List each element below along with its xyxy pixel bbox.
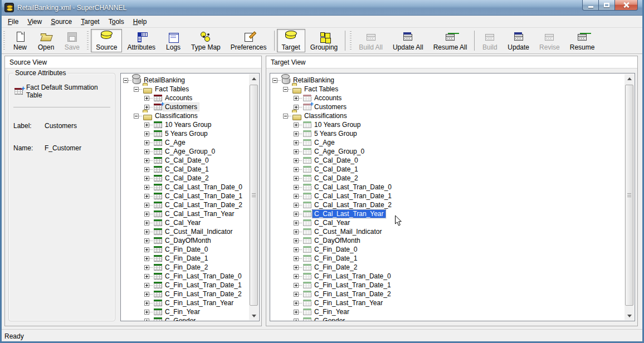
expand-plus-icon[interactable] bbox=[294, 185, 299, 190]
collapse-minus-icon[interactable] bbox=[123, 78, 128, 83]
tree-item-c-cal-year[interactable]: C_Cal_Year bbox=[271, 218, 624, 227]
tree-item-c-cal-last-tran-year[interactable]: C_Cal_Last_Tran_Year bbox=[271, 209, 624, 218]
tree-item-classifications[interactable]: Classifications bbox=[271, 111, 624, 120]
expand-plus-icon[interactable] bbox=[294, 105, 299, 110]
expand-plus-icon[interactable] bbox=[144, 105, 149, 110]
expand-plus-icon[interactable] bbox=[294, 167, 299, 172]
expand-plus-icon[interactable] bbox=[144, 140, 149, 145]
expand-plus-icon[interactable] bbox=[294, 283, 299, 288]
menu-view[interactable]: View bbox=[23, 16, 46, 27]
tree-item-10-years-group[interactable]: 10 Years Group bbox=[271, 120, 624, 129]
expand-plus-icon[interactable] bbox=[144, 149, 149, 154]
expand-plus-icon[interactable] bbox=[144, 96, 149, 101]
tree-item-c-cal-last-tran-date-1[interactable]: C_Cal_Last_Tran_Date_1 bbox=[271, 192, 624, 200]
tree-item-retailbanking[interactable]: RetailBanking bbox=[271, 76, 624, 85]
tree-item-customers[interactable]: +Customers bbox=[122, 102, 248, 111]
tree-item-c-fin-date-1[interactable]: C_Fin_Date_1 bbox=[122, 254, 248, 263]
expand-plus-icon[interactable] bbox=[294, 247, 299, 252]
expand-plus-icon[interactable] bbox=[144, 185, 149, 190]
menu-tools[interactable]: Tools bbox=[104, 16, 129, 27]
expand-plus-icon[interactable] bbox=[294, 301, 299, 306]
tree-item-c-cal-last-tran-date-0[interactable]: C_Cal_Last_Tran_Date_0 bbox=[122, 183, 248, 192]
tree-item-c-fin-date-2[interactable]: C_Fin_Date_2 bbox=[122, 263, 248, 272]
tree-item-fact-tables[interactable]: Fact Tables bbox=[122, 85, 248, 94]
logs-button[interactable]: Logs bbox=[160, 29, 186, 52]
collapse-minus-icon[interactable] bbox=[134, 87, 139, 92]
expand-plus-icon[interactable] bbox=[294, 238, 299, 243]
scroll-down-button[interactable] bbox=[625, 311, 634, 320]
expand-plus-icon[interactable] bbox=[294, 292, 299, 297]
expand-plus-icon[interactable] bbox=[144, 229, 149, 234]
open-button[interactable]: Open bbox=[33, 29, 59, 52]
tree-item-c-fin-date-1[interactable]: C_Fin_Date_1 bbox=[271, 254, 624, 263]
expand-plus-icon[interactable] bbox=[294, 310, 299, 315]
target-button[interactable]: Target bbox=[277, 29, 305, 52]
minimize-button[interactable] bbox=[582, 0, 599, 11]
tree-item-c-fin-last-tran-date-1[interactable]: C_Fin_Last_Tran_Date_1 bbox=[122, 281, 248, 290]
menu-help[interactable]: Help bbox=[129, 16, 152, 27]
tree-item-c-cal-last-tran-date-2[interactable]: C_Cal_Last_Tran_Date_2 bbox=[271, 200, 624, 209]
expand-plus-icon[interactable] bbox=[294, 96, 299, 101]
tree-item-10-years-group[interactable]: 10 Years Group bbox=[122, 120, 248, 129]
expand-plus-icon[interactable] bbox=[144, 122, 149, 128]
tree-item-retailbanking[interactable]: RetailBanking bbox=[122, 76, 248, 85]
tree-item-c-cal-date-1[interactable]: C_Cal_Date_1 bbox=[122, 165, 248, 174]
expand-plus-icon[interactable] bbox=[294, 203, 299, 208]
tree-item-c-dayofmonth[interactable]: C_DayOfMonth bbox=[122, 236, 248, 245]
expand-plus-icon[interactable] bbox=[294, 274, 299, 279]
tree-item-c-cust-mail-indicator[interactable]: C_Cust_Mail_Indicator bbox=[122, 227, 248, 236]
tree-item-c-fin-last-tran-year[interactable]: C_Fin_Last_Tran_Year bbox=[271, 298, 624, 307]
expand-plus-icon[interactable] bbox=[144, 256, 149, 261]
expand-plus-icon[interactable] bbox=[294, 149, 299, 154]
collapse-minus-icon[interactable] bbox=[134, 114, 139, 119]
resume-button[interactable]: Resume bbox=[565, 29, 600, 52]
collapse-minus-icon[interactable] bbox=[272, 78, 277, 83]
expand-plus-icon[interactable] bbox=[144, 203, 149, 208]
preferences-button[interactable]: Preferences bbox=[226, 29, 272, 52]
expand-plus-icon[interactable] bbox=[144, 212, 149, 217]
tree-item-c-fin-last-tran-year[interactable]: C_Fin_Last_Tran_Year bbox=[122, 298, 248, 307]
expand-plus-icon[interactable] bbox=[144, 301, 149, 306]
target-tree-scrollbar[interactable] bbox=[625, 74, 634, 320]
tree-item-accounts[interactable]: Accounts bbox=[271, 94, 624, 102]
tree-item-c-cal-date-0[interactable]: C_Cal_Date_0 bbox=[122, 156, 248, 165]
collapse-minus-icon[interactable] bbox=[283, 114, 288, 119]
expand-plus-icon[interactable] bbox=[144, 176, 149, 181]
source-tree-scrollbar[interactable] bbox=[249, 74, 258, 320]
expand-plus-icon[interactable] bbox=[144, 158, 149, 163]
tree-item-classifications[interactable]: Classifications bbox=[122, 111, 248, 120]
expand-plus-icon[interactable] bbox=[294, 220, 299, 226]
expand-plus-icon[interactable] bbox=[144, 265, 149, 270]
expand-plus-icon[interactable] bbox=[294, 131, 299, 136]
tree-item-c-gender[interactable]: C_Gender bbox=[271, 316, 624, 321]
expand-plus-icon[interactable] bbox=[144, 274, 149, 279]
expand-plus-icon[interactable] bbox=[294, 229, 299, 234]
tree-item-customers[interactable]: +Customers bbox=[271, 102, 624, 111]
maximize-button[interactable] bbox=[598, 0, 615, 11]
expand-plus-icon[interactable] bbox=[294, 158, 299, 163]
menu-target[interactable]: Target bbox=[76, 16, 104, 27]
expand-plus-icon[interactable] bbox=[294, 256, 299, 261]
title-bar[interactable]: RetailBanking.xml - SuperCHANNEL bbox=[0, 0, 644, 16]
scroll-down-button[interactable] bbox=[249, 311, 258, 320]
update-all-button[interactable]: Update All bbox=[388, 29, 428, 52]
new-button[interactable]: New bbox=[7, 29, 33, 52]
tree-item-c-fin-last-tran-date-2[interactable]: C_Fin_Last_Tran_Date_2 bbox=[271, 290, 624, 298]
tree-item-c-cal-year[interactable]: C_Cal_Year bbox=[122, 218, 248, 227]
close-button[interactable] bbox=[614, 0, 638, 11]
tree-item-c-fin-last-tran-date-0[interactable]: C_Fin_Last_Tran_Date_0 bbox=[122, 272, 248, 281]
expand-plus-icon[interactable] bbox=[294, 176, 299, 181]
expand-plus-icon[interactable] bbox=[294, 265, 299, 270]
tree-item-c-fin-year[interactable]: C_Fin_Year bbox=[122, 307, 248, 316]
tree-item-c-cust-mail-indicator[interactable]: C_Cust_Mail_Indicator bbox=[271, 227, 624, 236]
tree-item-c-dayofmonth[interactable]: C_DayOfMonth bbox=[271, 236, 624, 245]
resume-all-button[interactable]: Resume All bbox=[428, 29, 472, 52]
tree-item-c-age[interactable]: C_Age bbox=[271, 138, 624, 147]
tree-item-c-cal-last-tran-date-2[interactable]: C_Cal_Last_Tran_Date_2 bbox=[122, 200, 248, 209]
scroll-up-button[interactable] bbox=[249, 74, 258, 83]
tree-item-c-fin-last-tran-date-1[interactable]: C_Fin_Last_Tran_Date_1 bbox=[271, 281, 624, 290]
expand-plus-icon[interactable] bbox=[144, 247, 149, 252]
tree-item-c-fin-year[interactable]: C_Fin_Year bbox=[271, 307, 624, 316]
expand-plus-icon[interactable] bbox=[294, 122, 299, 128]
tree-item-c-cal-date-1[interactable]: C_Cal_Date_1 bbox=[271, 165, 624, 174]
